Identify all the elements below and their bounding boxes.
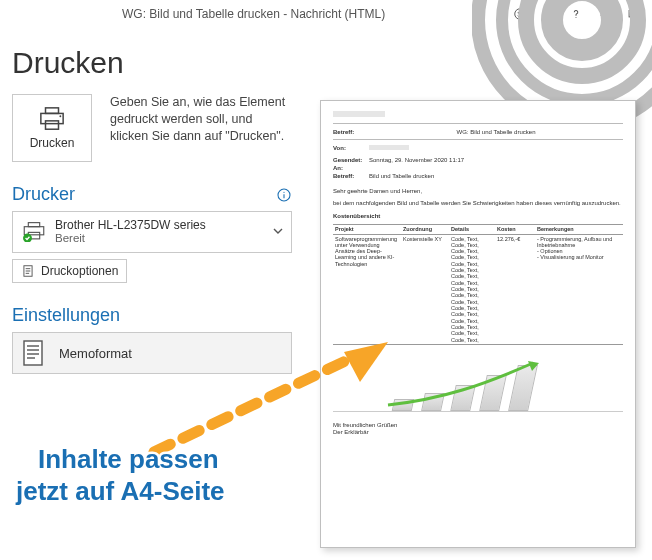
svg-point-10 (575, 17, 576, 18)
page-title: Drucken (12, 46, 292, 80)
prv-closing2: Der Erklärbär (333, 429, 623, 436)
prv-subject-label: Betreff: (333, 129, 369, 136)
prv-th-det: Details (449, 225, 495, 234)
svg-point-6 (521, 12, 522, 13)
options-icon (21, 264, 35, 278)
svg-rect-14 (41, 113, 63, 123)
svg-point-4 (515, 9, 526, 20)
smile-icon[interactable] (506, 2, 534, 26)
document-icon (13, 338, 53, 368)
svg-rect-21 (24, 227, 44, 235)
prv-td-rem: - Programmierung, Aufbau und Inbetriebna… (535, 234, 623, 344)
memo-format-label: Memoformat (59, 346, 132, 361)
prv-chart (333, 355, 623, 412)
print-button[interactable]: Drucken (12, 94, 92, 162)
print-options-label: Druckoptionen (41, 264, 118, 278)
print-options-button[interactable]: Druckoptionen (12, 259, 127, 283)
prv-from-label: Von: (333, 145, 369, 156)
prv-td-ord: Kostenstelle XY (401, 234, 449, 344)
prv-body: bei dem nachfolgenden Bild und Tabelle w… (333, 200, 623, 207)
printer-name: Brother HL-L2375DW series (55, 219, 206, 232)
prv-subject2-label: Betreff: (333, 173, 369, 180)
minimize-icon[interactable] (590, 2, 618, 26)
window-title: WG: Bild und Tabelle drucken - Nachricht… (122, 7, 385, 21)
frown-icon[interactable] (534, 2, 562, 26)
printer-status: Bereit (55, 232, 206, 245)
memo-format-button[interactable]: Memoformat (12, 332, 292, 374)
prv-greeting: Sehr geehrte Damen und Herren, (333, 188, 623, 195)
printer-status-icon (21, 221, 47, 243)
svg-point-23 (23, 234, 32, 243)
svg-point-9 (549, 12, 550, 13)
svg-point-8 (546, 12, 547, 13)
prv-th-cost: Kosten (495, 225, 535, 234)
svg-point-16 (59, 115, 61, 117)
prv-sent-label: Gesendet: (333, 157, 369, 164)
section-printer-label: Drucker (12, 184, 75, 205)
maximize-icon[interactable] (618, 2, 646, 26)
prv-th-proj: Projekt (333, 225, 401, 234)
prv-td-det: Code, Text, Code, Text, Code, Text, Code… (449, 234, 495, 344)
prv-th-rem: Bemerkungen (535, 225, 623, 234)
section-settings-heading: Einstellungen (12, 305, 292, 326)
prv-closing1: Mit freundlichen Grüßen (333, 422, 623, 429)
prv-to-label: An: (333, 165, 369, 172)
section-printer-heading: Drucker (12, 184, 292, 205)
printer-icon (37, 106, 67, 132)
prv-table: Projekt Zuordnung Details Kosten Bemerku… (333, 224, 623, 345)
prv-td-proj: Softwareprogrammierung unter Verwendung … (333, 234, 401, 344)
preview-page[interactable]: Betreff:WG: Bild und Tabelle drucken Von… (320, 100, 636, 548)
help-icon[interactable] (562, 2, 590, 26)
svg-point-7 (543, 9, 554, 20)
section-settings-label: Einstellungen (12, 305, 120, 326)
svg-rect-20 (28, 223, 39, 227)
chevron-down-icon (273, 225, 283, 239)
prv-sent: Sonntag, 29. November 2020 11:17 (369, 157, 623, 164)
prv-subject2: Bild und Tabelle drucken (369, 173, 623, 180)
prv-table-title: Kostenübersicht (333, 213, 623, 220)
prv-td-cost: 12.276,-€ (495, 234, 535, 344)
info-icon[interactable] (276, 187, 292, 203)
svg-rect-15 (46, 121, 59, 129)
printer-select[interactable]: Brother HL-L2375DW series Bereit (12, 211, 292, 253)
prv-subject: WG: Bild und Tabelle drucken (369, 129, 623, 136)
svg-rect-13 (46, 108, 59, 114)
svg-point-19 (283, 191, 284, 192)
svg-rect-12 (629, 11, 635, 17)
prv-th-ord: Zuordnung (401, 225, 449, 234)
print-button-label: Drucken (30, 136, 75, 150)
svg-rect-28 (24, 341, 42, 365)
print-description: Geben Sie an, wie das Element gedruckt w… (110, 94, 292, 162)
left-pane: Drucken Drucken Geben Sie an, wie das El… (12, 28, 292, 548)
preview-pane: Betreff:WG: Bild und Tabelle drucken Von… (320, 100, 640, 548)
title-bar: WG: Bild und Tabelle drucken - Nachricht… (0, 0, 652, 28)
svg-point-5 (518, 12, 519, 13)
